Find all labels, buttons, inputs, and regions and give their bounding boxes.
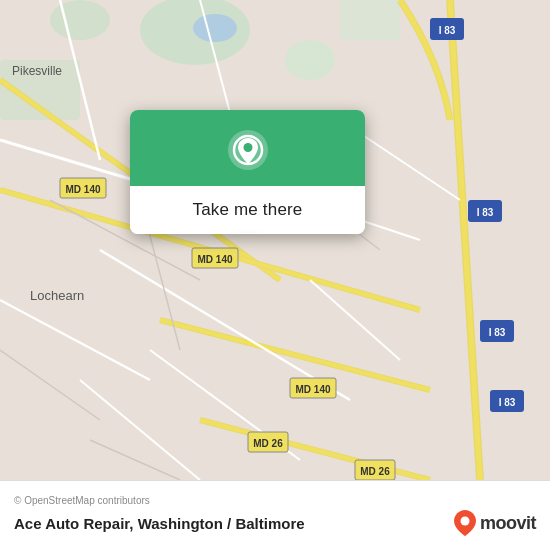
attribution-text: © OpenStreetMap contributors: [14, 495, 536, 506]
app-container: I 83 I 83 I 83 I 83 MD 140 MD 140 MD 140…: [0, 0, 550, 550]
svg-text:I 83: I 83: [499, 397, 516, 408]
map-area[interactable]: I 83 I 83 I 83 I 83 MD 140 MD 140 MD 140…: [0, 0, 550, 480]
map-svg: I 83 I 83 I 83 I 83 MD 140 MD 140 MD 140…: [0, 0, 550, 480]
popup-card: Take me there: [130, 110, 365, 234]
moovit-logo: moovit: [454, 510, 536, 536]
svg-text:MD 26: MD 26: [253, 438, 283, 449]
svg-point-55: [460, 517, 469, 526]
svg-text:Pikesville: Pikesville: [12, 64, 62, 78]
take-me-there-button[interactable]: Take me there: [130, 186, 365, 234]
svg-rect-5: [340, 0, 400, 40]
location-title: Ace Auto Repair, Washington / Baltimore: [14, 515, 305, 532]
svg-text:MD 140: MD 140: [295, 384, 330, 395]
popup-green-area: [130, 110, 365, 186]
svg-point-6: [193, 14, 237, 42]
svg-point-2: [50, 0, 110, 40]
moovit-text: moovit: [480, 513, 536, 534]
svg-text:MD 140: MD 140: [197, 254, 232, 265]
svg-text:Lochearn: Lochearn: [30, 288, 84, 303]
location-pin-icon: [226, 128, 270, 172]
svg-text:MD 140: MD 140: [65, 184, 100, 195]
svg-point-54: [243, 143, 252, 152]
bottom-info: Ace Auto Repair, Washington / Baltimore …: [14, 510, 536, 536]
moovit-pin-icon: [454, 510, 476, 536]
svg-text:I 83: I 83: [439, 25, 456, 36]
svg-point-4: [285, 40, 335, 80]
bottom-bar: © OpenStreetMap contributors Ace Auto Re…: [0, 480, 550, 550]
svg-text:MD 26: MD 26: [360, 466, 390, 477]
svg-text:I 83: I 83: [489, 327, 506, 338]
svg-text:I 83: I 83: [477, 207, 494, 218]
